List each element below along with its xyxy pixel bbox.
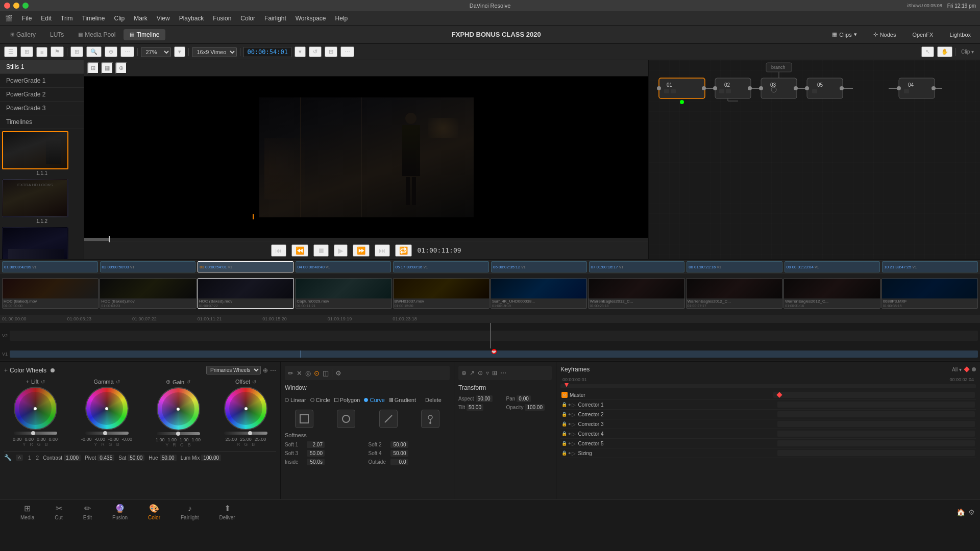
transform-tool-6[interactable]: ⋯ [500, 369, 506, 377]
nav-settings-btn[interactable]: ⚙ [968, 508, 975, 516]
cursor-tool[interactable]: ↖ [921, 46, 934, 57]
preview-prev-btn[interactable]: ⏪ [291, 244, 308, 257]
inside-value[interactable]: 50.0s [307, 459, 325, 465]
close-button[interactable] [4, 3, 10, 9]
shape-pen-btn[interactable] [379, 410, 398, 428]
transform-tool-4[interactable]: ▿ [486, 369, 489, 377]
transform-tool-2[interactable]: ↗ [470, 369, 475, 377]
soft-4-value[interactable]: 50.00 [390, 450, 408, 457]
nav-home-btn[interactable]: 🏠 [957, 508, 965, 516]
offset-slider[interactable] [224, 432, 267, 435]
timeline-clip-08[interactable]: 08 01:00:21:16 V1 [687, 261, 782, 272]
preview-progress-bar[interactable] [84, 238, 648, 241]
tab-gallery[interactable]: ⊞ Gallery [4, 29, 42, 40]
clips-button[interactable]: ▦ Clips ▾ [827, 30, 862, 39]
offset-wheel[interactable] [224, 387, 267, 430]
shape-circle-btn[interactable] [337, 410, 355, 428]
zoom-select[interactable]: 27% 50% 100% [141, 47, 171, 57]
minimize-button[interactable] [13, 3, 19, 9]
preview-loop-btn[interactable]: 🔁 [395, 244, 412, 257]
timeline-clip-05[interactable]: 05 17:00:08:16 V1 [393, 261, 489, 272]
window-curve-tool[interactable]: ✏ [288, 369, 293, 377]
nav-edit[interactable]: ✏ Edit [73, 502, 102, 522]
tilt-value[interactable]: 50.00 [467, 404, 483, 411]
lift-wheel[interactable] [14, 387, 57, 430]
preview-next-btn[interactable]: ⏩ [353, 244, 370, 257]
sizing-kf-track[interactable] [777, 450, 975, 456]
gamma-slider[interactable] [85, 432, 129, 435]
preview-tool-layout[interactable]: ▦ [101, 62, 113, 74]
transform-tool-1[interactable]: ⊕ [461, 369, 467, 377]
shape-dropper-btn[interactable] [421, 410, 439, 428]
view-btn[interactable]: ⊞ [70, 46, 83, 57]
film-clip-4[interactable]: Capture0029.mov 01:00:11:21 [295, 278, 391, 309]
gamma-wheel[interactable] [85, 387, 129, 430]
soft-3-value[interactable]: 50.00 [307, 450, 325, 457]
menu-file[interactable]: File [18, 14, 36, 23]
color-wheels-options-btn[interactable]: ⊕ [263, 366, 268, 374]
tab-timeline[interactable]: ▤ Timeline [124, 29, 165, 40]
aspect-select[interactable]: 16x9 Vimeo [192, 47, 237, 57]
preview-play-btn[interactable]: ▶ [334, 244, 348, 257]
gain-slider[interactable] [157, 432, 200, 435]
color-wheels-add-btn[interactable]: + [4, 367, 8, 374]
corr-5-kf-track[interactable] [777, 440, 975, 446]
keyframes-filter[interactable]: All ▾ [952, 367, 962, 372]
lift-slider[interactable] [14, 432, 57, 435]
maximize-button[interactable] [22, 3, 29, 9]
primaries-mode-select[interactable]: Primaries Wheels Log Wheels [206, 366, 261, 374]
pivot-value[interactable]: 0.435 [97, 455, 114, 461]
transform-tool-5[interactable]: ⊞ [492, 369, 497, 377]
window-type-curve[interactable]: Curve [364, 397, 384, 403]
lightbox-button[interactable]: Lightbox [944, 30, 976, 39]
menu-view[interactable]: View [153, 14, 174, 23]
menu-workspace[interactable]: Workspace [291, 14, 330, 23]
opacity-value[interactable]: 100.00 [525, 404, 545, 411]
tab-media-pool[interactable]: ▦ Media Pool [72, 29, 121, 40]
timeline-clip-03[interactable]: 03 00:00:54:01 V1 [198, 261, 293, 272]
lift-add-btn[interactable]: + [26, 379, 29, 385]
film-clip-2[interactable]: HOC (Baked).mov 01:00:03:23 [100, 278, 196, 309]
menu-color[interactable]: Color [236, 14, 259, 23]
sidebar-powergrade1[interactable]: PowerGrade 1 [0, 74, 84, 88]
window-controls[interactable] [4, 3, 29, 9]
offset-slider-thumb[interactable] [248, 431, 252, 435]
thumbnail-1-3-1[interactable]: 1.3.1 MASTER [2, 227, 82, 259]
nav-fusion[interactable]: 🔮 Fusion [102, 502, 138, 522]
timeline-clip-09[interactable]: 09 00:01:23:04 V1 [785, 261, 880, 272]
window-options-btn[interactable]: ⚙ [335, 369, 341, 377]
outside-value[interactable]: 0.0 [390, 459, 408, 465]
menu-mark[interactable]: Mark [130, 14, 152, 23]
master-kf-track[interactable] [773, 392, 975, 398]
sat-value[interactable]: 50.00 [128, 455, 144, 461]
nav-media[interactable]: ⊞ Media [10, 502, 44, 522]
sidebar-stills[interactable]: Stills 1 [0, 60, 84, 74]
timeline-clip-01[interactable]: 01 00:00:42:09 V1 [2, 261, 98, 272]
zoom-dropdown-btn[interactable]: ▾ [174, 46, 185, 57]
contrast-value[interactable]: 1.000 [64, 455, 81, 461]
corr-1-kf-track[interactable] [777, 402, 975, 408]
film-clip-8[interactable]: WarrenEagles2012_C... 01:00:27:17 [686, 278, 782, 309]
window-type-polygon[interactable]: Polygon [334, 397, 360, 403]
openfx-button[interactable]: OpenFX [907, 30, 938, 39]
pan-value[interactable]: 0.00 [517, 395, 530, 402]
timeline-clip-07[interactable]: 07 01:00:16:17 V1 [589, 261, 685, 272]
color-wheels-reset-btn[interactable]: ⋯ [270, 366, 276, 374]
cw-2-btn[interactable]: 2 [36, 455, 39, 461]
film-clip-3-selected[interactable]: HOC (Baked).mov 01:00:07:22 [198, 278, 294, 309]
lift-slider-thumb[interactable] [31, 431, 35, 435]
cw-1-btn[interactable]: 1 [28, 455, 31, 461]
nav-deliver[interactable]: ⬆ Deliver [209, 502, 246, 522]
cw-tools-btn[interactable]: 🔧 [4, 454, 12, 461]
window-delete-tool[interactable]: ✕ [297, 369, 302, 377]
nodes-button[interactable]: ⊹ Nodes [868, 30, 901, 39]
window-mask-tool[interactable]: ⊙ [314, 369, 320, 377]
sidebar-timelines[interactable]: Timelines [0, 115, 84, 129]
thumbnail-1-1-1[interactable]: 1.1.1 [2, 131, 82, 176]
film-clip-1[interactable]: HOC (Baked).mov 01:00:00:00 [2, 278, 99, 309]
transform-btn[interactable]: ⊕ [105, 46, 117, 57]
preview-tool-clip[interactable]: ⊞ [87, 62, 99, 74]
flag-btn[interactable]: ⚑ [51, 46, 64, 57]
film-clip-9[interactable]: WarrenEagles2012_C... 01:00:31:16 [783, 278, 880, 309]
search-btn[interactable]: 🔍 [86, 46, 102, 57]
